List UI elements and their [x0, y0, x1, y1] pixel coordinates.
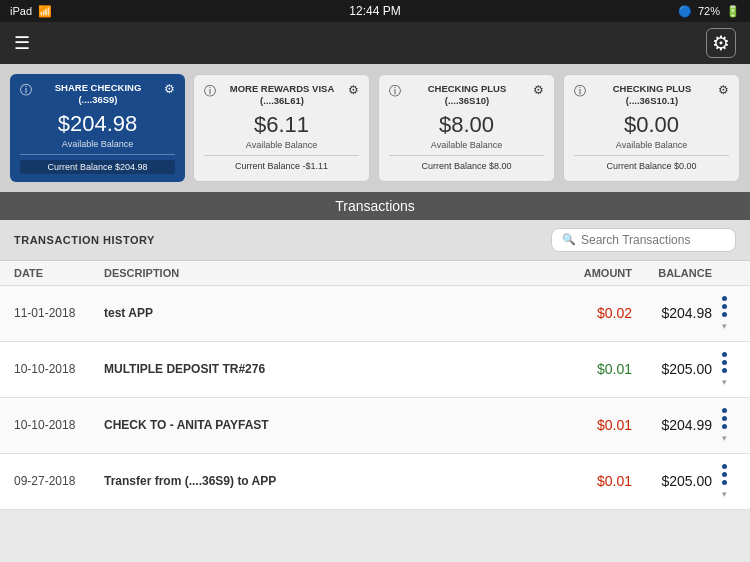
card-available-label: Available Balance [204, 140, 359, 150]
card-title: SHARE CHECKING (....36S9) [36, 82, 160, 107]
chevron-down-icon: ▾ [722, 377, 727, 387]
col-desc-header: DESCRIPTION [104, 267, 547, 279]
card-title: CHECKING PLUS (....36S10.1) [590, 83, 714, 108]
more-options-icon[interactable] [722, 296, 727, 317]
transactions-toolbar: TRANSACTION HISTORY 🔍 [0, 220, 750, 261]
tx-description: Transfer from (....36S9) to APP [104, 474, 547, 488]
card-info-icon[interactable]: ⓘ [389, 83, 401, 100]
bluetooth-icon: 🔵 [678, 5, 692, 18]
search-input[interactable] [581, 233, 725, 247]
battery-level: 72% [698, 5, 720, 17]
tx-action-button[interactable]: ▾ [712, 352, 736, 387]
card-amount: $6.11 [204, 112, 359, 138]
card-info-icon[interactable]: ⓘ [204, 83, 216, 100]
settings-icon[interactable]: ⚙ [706, 28, 736, 58]
card-gear-icon[interactable]: ⚙ [164, 82, 175, 96]
status-left: iPad 📶 [10, 5, 52, 18]
table-header: DATE DESCRIPTION AMOUNT BALANCE [0, 261, 750, 286]
tx-date: 10-10-2018 [14, 362, 104, 376]
wifi-icon: 📶 [38, 5, 52, 18]
col-date-header: DATE [14, 267, 104, 279]
card-title: MORE REWARDS VISA (....36L61) [220, 83, 344, 108]
table-row: 09-27-2018 Transfer from (....36S9) to A… [0, 454, 750, 510]
tx-action-button[interactable]: ▾ [712, 464, 736, 499]
card-gear-icon[interactable]: ⚙ [348, 83, 359, 97]
card-current-balance: Current Balance $8.00 [389, 161, 544, 171]
tx-amount: $0.01 [547, 473, 632, 489]
chevron-down-icon: ▾ [722, 321, 727, 331]
more-options-icon[interactable] [722, 408, 727, 429]
search-icon: 🔍 [562, 233, 576, 246]
card-gear-icon[interactable]: ⚙ [533, 83, 544, 97]
tx-description: CHECK TO - ANITA PAYFAST [104, 418, 547, 432]
tx-balance: $204.98 [632, 305, 712, 321]
card-current-balance: Current Balance $204.98 [20, 160, 175, 174]
chevron-down-icon: ▾ [722, 489, 727, 499]
chevron-down-icon: ▾ [722, 433, 727, 443]
table-row: 10-10-2018 CHECK TO - ANITA PAYFAST $0.0… [0, 398, 750, 454]
card-gear-icon[interactable]: ⚙ [718, 83, 729, 97]
card-title: CHECKING PLUS (....36S10) [405, 83, 529, 108]
card-current-balance: Current Balance -$1.11 [204, 161, 359, 171]
account-card-3[interactable]: ⓘ CHECKING PLUS (....36S10) ⚙ $8.00 Avai… [378, 74, 555, 182]
status-right: 🔵 72% 🔋 [678, 5, 740, 18]
hamburger-icon[interactable]: ☰ [14, 32, 30, 54]
tx-amount: $0.01 [547, 361, 632, 377]
card-available-label: Available Balance [574, 140, 729, 150]
account-card-4[interactable]: ⓘ CHECKING PLUS (....36S10.1) ⚙ $0.00 Av… [563, 74, 740, 182]
account-cards: ⓘ SHARE CHECKING (....36S9) ⚙ $204.98 Av… [0, 64, 750, 192]
battery-icon: 🔋 [726, 5, 740, 18]
tx-balance: $204.99 [632, 417, 712, 433]
tx-date: 11-01-2018 [14, 306, 104, 320]
col-balance-header: BALANCE [632, 267, 712, 279]
card-current-balance: Current Balance $0.00 [574, 161, 729, 171]
tx-date: 10-10-2018 [14, 418, 104, 432]
transaction-history-label: TRANSACTION HISTORY [14, 234, 155, 246]
account-card-1[interactable]: ⓘ SHARE CHECKING (....36S9) ⚙ $204.98 Av… [10, 74, 185, 182]
search-container[interactable]: 🔍 [551, 228, 736, 252]
card-available-label: Available Balance [20, 139, 175, 149]
card-amount: $8.00 [389, 112, 544, 138]
table-row: 11-01-2018 test APP $0.02 $204.98 ▾ [0, 286, 750, 342]
table-row: 10-10-2018 MULTIPLE DEPOSIT TR#276 $0.01… [0, 342, 750, 398]
card-info-icon[interactable]: ⓘ [574, 83, 586, 100]
status-time: 12:44 PM [349, 4, 400, 18]
transaction-rows: 11-01-2018 test APP $0.02 $204.98 ▾ 10-1… [0, 286, 750, 510]
status-bar: iPad 📶 12:44 PM 🔵 72% 🔋 [0, 0, 750, 22]
account-card-2[interactable]: ⓘ MORE REWARDS VISA (....36L61) ⚙ $6.11 … [193, 74, 370, 182]
ipad-label: iPad [10, 5, 32, 17]
tx-amount: $0.01 [547, 417, 632, 433]
more-options-icon[interactable] [722, 352, 727, 373]
tx-description: MULTIPLE DEPOSIT TR#276 [104, 362, 547, 376]
tx-description: test APP [104, 306, 547, 320]
card-amount: $0.00 [574, 112, 729, 138]
card-available-label: Available Balance [389, 140, 544, 150]
nav-bar: ☰ ⚙ [0, 22, 750, 64]
transactions-section: Transactions TRANSACTION HISTORY 🔍 DATE … [0, 192, 750, 510]
tx-amount: $0.02 [547, 305, 632, 321]
more-options-icon[interactable] [722, 464, 727, 485]
tx-balance: $205.00 [632, 361, 712, 377]
tx-date: 09-27-2018 [14, 474, 104, 488]
card-info-icon[interactable]: ⓘ [20, 82, 32, 99]
card-amount: $204.98 [20, 111, 175, 137]
col-action-header [712, 267, 736, 279]
transactions-header: Transactions [0, 192, 750, 220]
col-amount-header: AMOUNT [547, 267, 632, 279]
tx-action-button[interactable]: ▾ [712, 296, 736, 331]
tx-action-button[interactable]: ▾ [712, 408, 736, 443]
tx-balance: $205.00 [632, 473, 712, 489]
